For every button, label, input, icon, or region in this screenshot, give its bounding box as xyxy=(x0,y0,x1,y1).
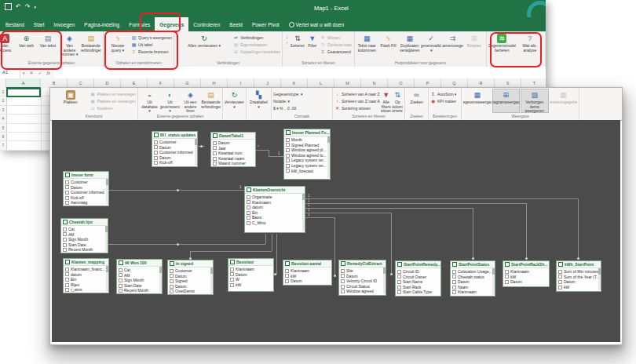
field-datum[interactable]: datum xyxy=(247,205,303,210)
table-scrollbar[interactable] xyxy=(106,266,108,292)
field-datum[interactable]: Datum xyxy=(505,279,547,285)
tab-pagina-indeling[interactable]: Pagina-indeling xyxy=(79,17,124,31)
field-w[interactable]: W xyxy=(230,277,272,282)
field-rijen[interactable]: Rijen xyxy=(65,282,107,288)
field-kwartaal-naam[interactable]: Kwartaal naam xyxy=(213,156,254,162)
draaitabel-button[interactable]: ▚Draaitabel ▾ xyxy=(248,89,269,113)
field-customer[interactable]: Customer xyxy=(65,180,107,185)
field-site[interactable]: Site xyxy=(341,268,384,274)
table-scrollbar[interactable] xyxy=(106,179,108,205)
field-customer[interactable]: Customer xyxy=(170,268,211,274)
table-header[interactable]: Invoer Planned Fo... xyxy=(284,129,330,136)
table-invoer-form[interactable]: Invoer formCustomerDatumCustomer informe… xyxy=(63,171,109,206)
tab-power-pivot[interactable]: Power Pivot xyxy=(247,17,284,31)
field-maand-nummer[interactable]: Maand nummer xyxy=(213,161,254,166)
van-web-button[interactable]: ⊕Van web xyxy=(16,32,36,60)
uit-database-button[interactable]: ◒Uit database ▾ xyxy=(140,89,159,113)
field-kw[interactable]: kW xyxy=(558,285,599,290)
diagram-view[interactable]: BU_status updatesCustomerDatumCustomer i… xyxy=(52,120,620,342)
table-header[interactable]: Basislast aantal xyxy=(283,260,331,268)
field-datum[interactable]: Datum xyxy=(285,278,330,284)
field-start-date[interactable]: Start Date xyxy=(119,283,160,289)
table-scrollbar[interactable] xyxy=(302,194,305,231)
name-box[interactable]: A1 xyxy=(0,67,20,78)
verbindingen-button[interactable]: ⇄Verbindingen xyxy=(233,35,280,41)
row-header-6[interactable]: 6 xyxy=(0,133,7,140)
field-circuit-owner[interactable]: Circuit Owner xyxy=(397,275,439,280)
tab-vertel-wat-u-wilt-doen[interactable]: Vertel wat u wilt doen xyxy=(284,17,349,31)
table-header[interactable]: DatumTabel1 xyxy=(211,133,255,140)
field-overdienst[interactable]: OverDienst xyxy=(170,289,211,294)
field-customer-informed[interactable]: Customer informed xyxy=(154,150,196,155)
field-circuit-status[interactable]: Circuit Status xyxy=(341,284,384,289)
field-organisatie[interactable]: Organisatie xyxy=(247,195,303,200)
table-scrollbar[interactable] xyxy=(598,268,601,290)
field-start-cable-type[interactable]: Start Cable Type xyxy=(397,289,439,295)
0-00-button[interactable]: $ ▾ % , .0 .00 xyxy=(273,105,303,111)
table-bu-status-updates[interactable]: BU_status updatesCustomerDatumCustomer i… xyxy=(152,131,198,167)
bestaande-verbindingen-button[interactable]: ▤Bestaande verbindingen xyxy=(201,89,221,113)
table-header[interactable]: StartPointRemedy... xyxy=(396,261,440,268)
field-kick-off[interactable]: Kick-off xyxy=(154,160,196,166)
field-sum-of-min-minutes[interactable]: Sum of Min minutes xyxy=(558,269,599,275)
field-signed-planned[interactable]: Signed Planned xyxy=(286,143,328,148)
table-scrollbar[interactable] xyxy=(105,226,108,252)
plakken-en-vervangen-button[interactable]: ▣Plakken en vervangen xyxy=(90,98,136,104)
sortering-wissen-button[interactable]: ✕Sortering wissen xyxy=(334,105,380,111)
verborgen-items-weergeven-button[interactable]: ▨Verborgen items weergeven xyxy=(521,89,549,113)
koppelingen-bewerken-button[interactable]: ⊞Koppelingen bewerken xyxy=(233,49,280,55)
query-s-weergeven-button[interactable]: ▥Query's weergeven xyxy=(131,35,172,41)
kpi-maken-button[interactable]: ◉KPI maken xyxy=(430,98,456,104)
field-legacy-system-ter[interactable]: Legacy system ter... xyxy=(286,163,328,169)
uit-gegevensservice-button[interactable]: ◐Uit gegevensservice ▾ xyxy=(160,89,180,113)
table-invoer-planned-fo[interactable]: Invoer Planned Fo...MonthSigned PlannedW… xyxy=(283,129,331,180)
samenvoegen-button[interactable]: ⇉Samenvoegen xyxy=(442,32,462,60)
table-header[interactable]: Invoer form xyxy=(64,172,108,179)
row-header-2[interactable]: 2 xyxy=(0,96,7,104)
field-datum[interactable]: Datum xyxy=(154,155,196,161)
recente-bronnen-button[interactable]: ≡Recente bronnen xyxy=(131,49,172,55)
table-cheetah-lijst[interactable]: Cheetah lijstCatAMSign MonthStart DateRe… xyxy=(60,218,108,253)
field-signedarr[interactable]: SignedARR# xyxy=(452,295,493,296)
alles-vernieuwen-button[interactable]: ↻Alles vernieuwen ▾ xyxy=(176,32,232,60)
field-jaar[interactable]: Jaar xyxy=(213,146,254,151)
qat-dropdown-icon[interactable]: ▾ xyxy=(34,5,36,9)
table-startpointracksh[interactable]: StartPointRackSh...KlantnaamkWDatum xyxy=(503,260,550,287)
tab-controleren[interactable]: Controleren xyxy=(188,17,225,31)
field-start-rack[interactable]: Start Rack xyxy=(397,285,439,290)
tab-formules[interactable]: Formules xyxy=(124,17,155,31)
tab-gegevens[interactable]: Gegevens xyxy=(155,17,188,31)
notatie-button[interactable]: Notatie: ▾ xyxy=(273,98,303,104)
table-scrollbar[interactable] xyxy=(492,268,495,295)
table-in-signed[interactable]: In signedCustomerDatumSignedDatumOverDie… xyxy=(167,260,214,295)
table-scrollbar[interactable] xyxy=(383,268,386,294)
table-header[interactable]: kWh_StartPoint xyxy=(557,261,601,268)
field-customer-informed[interactable]: Customer informed xyxy=(65,190,107,195)
field-naam[interactable]: Naam xyxy=(452,285,493,290)
field-datum[interactable]: Datum xyxy=(154,145,196,151)
van-andere-bronnen-button[interactable]: ◈Van andere bronnen ▾ xyxy=(59,32,79,60)
op-kolom-sorteren-button[interactable]: ⇅Op kolom sorteren ▾ xyxy=(392,89,403,113)
tab-beeld[interactable]: Beeld xyxy=(225,17,247,31)
field-cheetah-status[interactable]: Cheetah status xyxy=(452,275,493,280)
grid-cell[interactable] xyxy=(7,115,42,122)
table-header[interactable]: 96 Won 100 xyxy=(117,260,162,267)
duplicaten-verwijderen-button[interactable]: ▦Duplicaten verwijderen xyxy=(400,32,420,60)
field-datum[interactable]: Datum xyxy=(170,274,211,279)
plakken-button[interactable]: ▣Plakken xyxy=(52,89,90,113)
field-klantnaam[interactable]: Klantnaam xyxy=(285,268,330,274)
field-customer[interactable]: Customer xyxy=(154,140,196,145)
field-kw[interactable]: kW xyxy=(230,282,272,288)
field-recent-month[interactable]: Recent Month xyxy=(63,247,106,253)
field-cat[interactable]: Cat xyxy=(63,227,106,232)
table-header[interactable]: RemedyCidExtract xyxy=(339,260,386,268)
table-scrollbar[interactable] xyxy=(159,267,162,293)
gegevensmodel-beheren-button[interactable]: ≋Gegevensmodel beheren xyxy=(488,32,516,60)
table-header[interactable]: StartPointRackSh... xyxy=(503,261,549,268)
field-c-wins[interactable]: C_Wins xyxy=(247,220,303,226)
field-datum[interactable]: Datum xyxy=(452,279,493,285)
redo-icon[interactable]: ↷ xyxy=(25,3,31,10)
van-access-button[interactable]: AVan Access xyxy=(0,32,15,60)
field-am[interactable]: AM xyxy=(119,273,160,278)
sort-az-icon-button[interactable]: ↓ xyxy=(284,35,290,40)
